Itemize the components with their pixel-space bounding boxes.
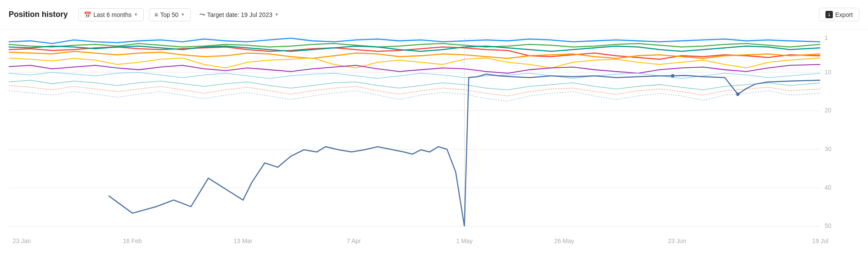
period-label: Last 6 months <box>93 11 132 18</box>
svg-text:40: 40 <box>825 184 832 191</box>
toolbar: Position history 📅 Last 6 months ▼ ≡ Top… <box>0 0 868 30</box>
top-icon: ≡ <box>155 11 158 18</box>
svg-text:23 Jun: 23 Jun <box>668 237 686 244</box>
export-icon: ⤓ <box>825 11 833 18</box>
export-label: Export <box>835 11 853 18</box>
svg-text:10: 10 <box>825 69 832 76</box>
period-chevron-icon: ▼ <box>134 12 138 17</box>
svg-text:16 Feb: 16 Feb <box>123 237 142 244</box>
export-button[interactable]: ⤓ Export <box>819 8 859 21</box>
svg-text:50: 50 <box>825 222 832 229</box>
top-chevron-icon: ▼ <box>181 12 185 17</box>
svg-text:1 May: 1 May <box>456 237 472 244</box>
svg-text:20: 20 <box>825 107 832 114</box>
svg-text:23 Jan: 23 Jan <box>13 237 31 244</box>
target-label: Target date: 19 Jul 2023 <box>207 11 272 18</box>
svg-text:1: 1 <box>825 34 828 41</box>
top-label: Top 50 <box>160 11 178 18</box>
svg-point-21 <box>736 92 739 96</box>
page-title: Position history <box>9 10 68 19</box>
trend-icon: ⤳ <box>199 10 205 19</box>
target-date-button[interactable]: ⤳ Target date: 19 Jul 2023 ▼ <box>196 8 282 21</box>
svg-text:13 Mar: 13 Mar <box>234 237 253 244</box>
top-filter-button[interactable]: ≡ Top 50 ▼ <box>149 8 191 21</box>
svg-point-22 <box>671 74 674 78</box>
period-filter-button[interactable]: 📅 Last 6 months ▼ <box>78 8 144 21</box>
svg-text:7 Apr: 7 Apr <box>347 237 361 244</box>
svg-text:19 Jul: 19 Jul <box>812 237 828 244</box>
svg-text:30: 30 <box>825 145 832 152</box>
position-history-chart: 1 10 20 30 40 50 23 Jan 16 Feb 13 Mar 7 … <box>9 34 842 248</box>
svg-text:26 May: 26 May <box>554 237 574 244</box>
calendar-icon: 📅 <box>84 11 91 18</box>
chart-area: 1 10 20 30 40 50 23 Jan 16 Feb 13 Mar 7 … <box>0 30 868 260</box>
target-chevron-icon: ▼ <box>274 12 279 17</box>
main-container: Position history 📅 Last 6 months ▼ ≡ Top… <box>0 0 868 260</box>
